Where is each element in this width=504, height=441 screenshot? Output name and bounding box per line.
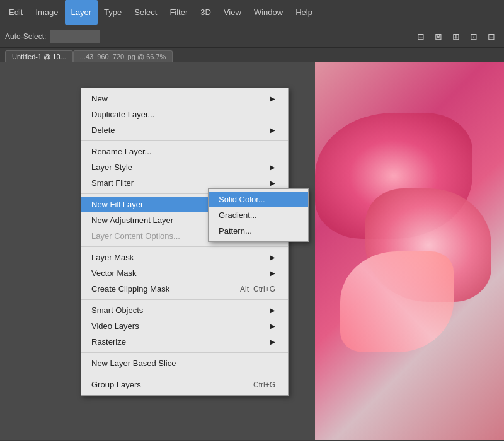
menu-item-layer-style[interactable]: Layer Style ▶ [81, 159, 288, 175]
separator-3 [81, 246, 288, 247]
align-center-h-icon[interactable]: ⊠ [431, 29, 446, 44]
tab-image2[interactable]: ...43_960_720.jpg @ 66.7% [73, 50, 173, 62]
fill-layer-submenu: Solid Color... Gradient... Pattern... [208, 188, 309, 242]
arrow-icon-smart: ▶ [270, 307, 275, 314]
arrow-icon-delete: ▶ [270, 127, 275, 134]
menu-item-delete[interactable]: Delete ▶ [81, 122, 288, 138]
menubar-item-help[interactable]: Help [289, 0, 319, 25]
menu-item-layer-mask[interactable]: Layer Mask ▶ [81, 249, 288, 265]
toolbar: Auto-Select: ⊟ ⊠ ⊞ ⊡ ⊟ [0, 25, 504, 48]
submenu-item-pattern[interactable]: Pattern... [209, 223, 308, 239]
canvas-area: New ▶ Duplicate Layer... Delete ▶ Rename… [0, 62, 504, 440]
separator-4 [81, 299, 288, 300]
submenu-item-solid-color[interactable]: Solid Color... [209, 192, 308, 207]
menubar: Edit Image Layer Type Select Filter 3D V… [0, 0, 504, 25]
menu-item-rasterize[interactable]: Rasterize ▶ [81, 334, 288, 350]
menubar-item-image[interactable]: Image [29, 0, 64, 25]
arrow-icon-rasterize: ▶ [270, 338, 275, 345]
dropdown-overlay: New ▶ Duplicate Layer... Delete ▶ Rename… [0, 62, 504, 440]
menubar-item-layer[interactable]: Layer [65, 0, 98, 25]
menubar-item-edit[interactable]: Edit [3, 0, 29, 25]
menu-item-smart-objects[interactable]: Smart Objects ▶ [81, 302, 288, 318]
align-left-icon[interactable]: ⊟ [413, 29, 428, 44]
menubar-item-filter[interactable]: Filter [163, 0, 194, 25]
arrow-icon-filter: ▶ [270, 180, 275, 186]
arrow-icon-vector: ▶ [270, 270, 275, 277]
arrow-icon-video: ▶ [270, 323, 275, 329]
menu-item-group-layers[interactable]: Group Layers Ctrl+G [81, 377, 288, 392]
separator-1 [81, 140, 288, 141]
menubar-item-view[interactable]: View [217, 0, 248, 25]
menu-item-vector-mask[interactable]: Vector Mask ▶ [81, 265, 288, 281]
align-right-icon[interactable]: ⊞ [449, 29, 464, 44]
menubar-item-3d[interactable]: 3D [194, 0, 217, 25]
arrow-icon-mask: ▶ [270, 254, 275, 261]
menu-item-video-layers[interactable]: Video Layers ▶ [81, 318, 288, 334]
menu-item-duplicate[interactable]: Duplicate Layer... [81, 106, 288, 122]
toolbar-icons: ⊟ ⊠ ⊞ ⊡ ⊟ [413, 29, 499, 44]
submenu-item-gradient[interactable]: Gradient... [209, 207, 308, 223]
tab-bar: Untitled-1 @ 10... ...43_960_720.jpg @ 6… [0, 48, 504, 62]
menu-item-clipping-mask[interactable]: Create Clipping Mask Alt+Ctrl+G [81, 281, 288, 297]
tab-untitled1[interactable]: Untitled-1 @ 10... [5, 50, 73, 62]
separator-6 [81, 374, 288, 374]
distribute-icon[interactable]: ⊡ [466, 29, 481, 44]
menubar-item-window[interactable]: Window [248, 0, 289, 25]
menubar-item-type[interactable]: Type [98, 0, 128, 25]
menu-item-rename[interactable]: Rename Layer... [81, 144, 288, 159]
auto-select-label: Auto-Select: [5, 32, 46, 41]
arrow-icon-style: ▶ [270, 164, 275, 171]
align-top-icon[interactable]: ⊟ [484, 29, 499, 44]
menu-item-new-slice[interactable]: New Layer Based Slice [81, 355, 288, 371]
separator-5 [81, 352, 288, 353]
arrow-icon: ▶ [270, 95, 275, 102]
auto-select-input[interactable] [50, 30, 100, 43]
menubar-item-select[interactable]: Select [128, 0, 163, 25]
menu-item-new[interactable]: New ▶ [81, 91, 288, 106]
